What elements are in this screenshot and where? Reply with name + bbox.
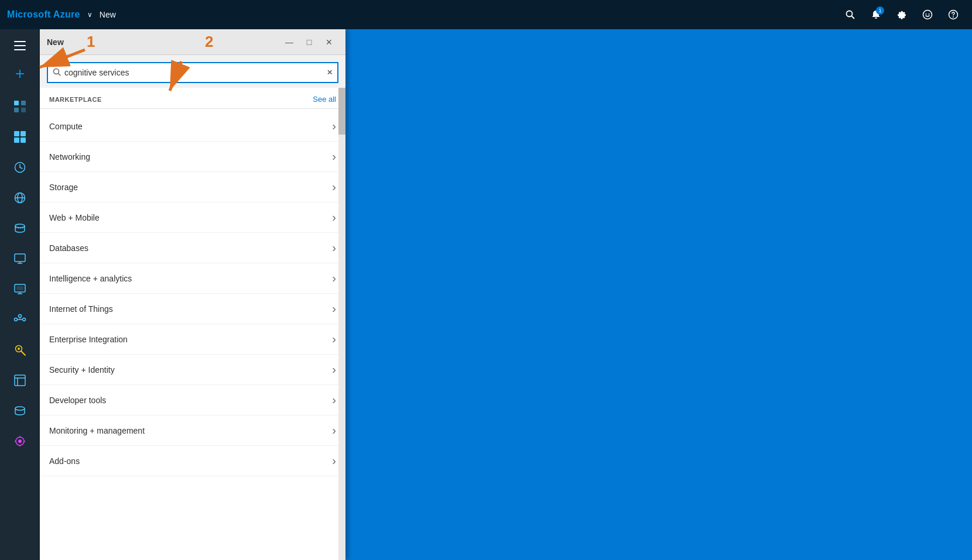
category-name: Internet of Things [49,304,332,314]
category-name: Storage [49,183,332,192]
category-name: Enterprise Integration [49,335,332,344]
category-item[interactable]: Databases › [40,233,345,263]
panel-titlebar: New — □ ✕ [40,29,345,55]
divider [40,108,345,109]
settings-button[interactable] [890,3,913,26]
sidebar-item-keyvault[interactable] [6,336,34,364]
category-item[interactable]: Networking › [40,142,345,172]
add-resource-button[interactable]: + [8,62,32,85]
category-chevron-icon: › [332,272,336,285]
svg-rect-14 [14,131,19,136]
category-item[interactable]: Internet of Things › [40,294,345,324]
help-button[interactable] [942,3,965,26]
category-name: Networking [49,152,332,162]
sidebar-item-recent[interactable] [6,153,34,181]
panel-list[interactable]: MARKETPLACE See all Compute › Networking… [40,88,345,560]
hamburger-button[interactable] [8,34,32,57]
svg-point-33 [19,315,22,318]
category-name: Developer tools [49,396,332,405]
category-item[interactable]: Compute › [40,111,345,142]
category-item[interactable]: Developer tools › [40,385,345,415]
svg-rect-15 [20,131,26,136]
svg-point-22 [15,224,25,228]
category-chevron-icon: › [332,119,336,133]
category-chevron-icon: › [332,302,336,315]
search-container: ✕ [40,55,345,88]
sidebar-item-dashboard[interactable] [6,123,34,151]
sidebar: + [0,29,40,560]
category-item[interactable]: Enterprise Integration › [40,324,345,355]
scrollbar-track[interactable] [338,88,345,560]
svg-point-43 [18,439,22,443]
svg-point-6 [953,16,954,18]
notification-badge: 1 [876,6,884,15]
notification-button[interactable]: 1 [864,3,888,26]
sidebar-item-sql[interactable] [6,214,34,242]
svg-point-3 [926,13,927,15]
category-name: Compute [49,122,332,131]
sidebar-item-connections[interactable] [6,305,34,334]
category-name: Web + Mobile [49,213,332,222]
category-item[interactable]: Add-ons › [40,446,345,476]
close-button[interactable]: ✕ [320,33,338,51]
main-area: + [0,29,972,560]
topbar: Microsoft Azure ∨ New 1 [0,0,972,29]
svg-rect-30 [16,286,23,290]
svg-rect-12 [14,108,19,112]
search-box: ✕ [47,62,338,83]
category-item[interactable]: Storage › [40,172,345,202]
svg-point-32 [23,318,26,321]
category-name: Intelligence + analytics [49,274,332,283]
svg-line-37 [21,351,25,355]
svg-point-2 [923,11,932,19]
svg-rect-24 [15,254,25,262]
category-item[interactable]: Web + Mobile › [40,202,345,233]
svg-rect-8 [14,45,26,46]
content-area [345,29,972,560]
category-name: Security + Identity [49,365,332,375]
sidebar-item-sql2[interactable] [6,397,34,425]
category-chevron-icon: › [332,150,336,163]
sidebar-item-network[interactable] [6,184,34,212]
topbar-new-label: New [100,10,116,19]
category-list: Compute › Networking › Storage › Web + M… [40,111,345,476]
sidebar-item-insight[interactable] [6,427,34,455]
category-chevron-icon: › [332,424,336,437]
category-item[interactable]: Intelligence + analytics › [40,263,345,294]
search-input[interactable] [64,68,323,77]
sidebar-item-vm[interactable] [6,275,34,303]
panel-controls: — □ ✕ [280,33,338,51]
svg-rect-10 [14,101,19,105]
category-chevron-icon: › [332,241,336,255]
see-all-link[interactable]: See all [313,95,336,104]
svg-rect-39 [15,375,25,386]
category-chevron-icon: › [332,393,336,407]
svg-rect-17 [20,138,26,143]
search-clear-button[interactable]: ✕ [327,68,333,77]
marketplace-header: MARKETPLACE See all [40,88,345,108]
category-name: Databases [49,243,332,253]
minimize-button[interactable]: — [280,33,299,51]
topbar-icon-group: 1 [838,3,965,26]
category-item[interactable]: Security + Identity › [40,355,345,385]
scrollbar-thumb[interactable] [338,88,345,135]
maximize-button[interactable]: □ [300,33,319,51]
sidebar-item-board[interactable] [6,366,34,394]
svg-point-42 [15,407,25,410]
sidebar-item-all-services[interactable] [6,92,34,121]
svg-rect-13 [21,108,26,112]
marketplace-label: MARKETPLACE [49,96,102,103]
svg-line-50 [59,73,61,75]
sidebar-item-monitor[interactable] [6,245,34,273]
feedback-button[interactable] [916,3,939,26]
svg-line-1 [852,16,855,19]
category-chevron-icon: › [332,454,336,468]
category-chevron-icon: › [332,332,336,346]
brand-chevron[interactable]: ∨ [87,11,93,19]
brand-name[interactable]: Microsoft Azure [7,9,80,20]
category-item[interactable]: Monitoring + management › [40,415,345,446]
svg-point-0 [847,11,853,17]
search-button[interactable] [838,3,862,26]
svg-point-38 [18,348,20,350]
panel-title: New [47,37,280,47]
